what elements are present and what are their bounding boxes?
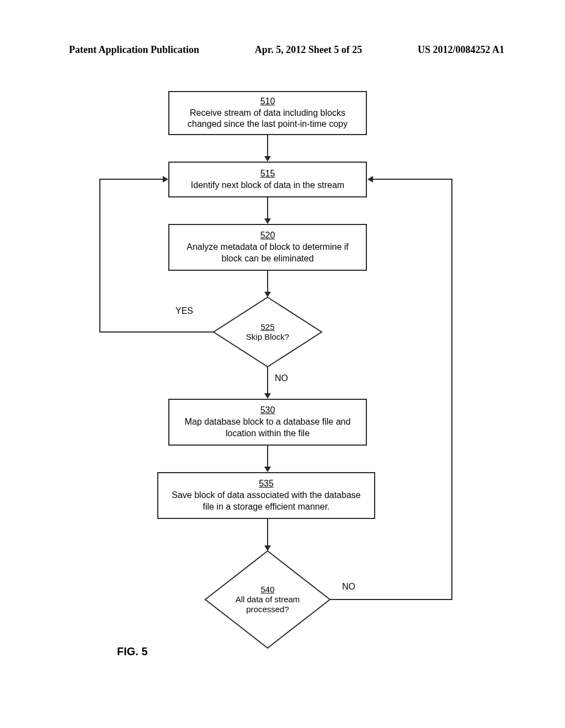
step-530: 530 Map database block to a database fil… — [168, 399, 367, 446]
step-num: 540 — [260, 585, 274, 595]
arrow — [330, 599, 452, 600]
arrow — [372, 179, 452, 180]
arrow — [267, 367, 268, 394]
arrowhead-icon — [367, 176, 373, 183]
page-header: Patent Application Publication Apr. 5, 2… — [0, 44, 565, 56]
step-num: 530 — [260, 405, 275, 416]
step-515: 515 Identify next block of data in the s… — [168, 162, 367, 197]
header-left: Patent Application Publication — [69, 44, 199, 56]
arrowhead-icon — [264, 156, 271, 162]
arrowhead-icon — [264, 467, 271, 472]
arrow — [267, 446, 268, 468]
header-right: US 2012/0084252 A1 — [418, 44, 504, 56]
step-num: 520 — [260, 230, 275, 242]
arrow — [267, 135, 268, 157]
step-text: Identify next block of data in the strea… — [191, 180, 344, 191]
arrow — [451, 179, 452, 600]
arrow — [267, 519, 268, 547]
arrowhead-icon — [264, 218, 271, 224]
step-num: 525 — [260, 322, 274, 332]
step-text: Skip Block? — [246, 332, 289, 342]
step-num: 535 — [259, 478, 274, 490]
step-text: Map database block to a database file an… — [176, 416, 359, 440]
step-text: Receive stream of data including blocks … — [176, 108, 359, 131]
edge-label-yes: YES — [175, 306, 193, 316]
step-num: 510 — [260, 96, 275, 108]
arrow — [99, 331, 214, 333]
header-center: Apr. 5, 2012 Sheet 5 of 25 — [255, 44, 362, 56]
step-text: Analyze metadata of block to determine i… — [176, 242, 359, 265]
step-text: All data of stream processed? — [228, 595, 308, 614]
decision-525: 525 Skip Block? — [212, 296, 323, 368]
step-text: Save block of data associated with the d… — [165, 490, 367, 513]
arrowhead-icon — [264, 393, 271, 399]
flowchart: 510 Receive stream of data including blo… — [83, 85, 486, 681]
step-num: 515 — [260, 168, 275, 180]
arrow — [267, 271, 268, 293]
step-510: 510 Receive stream of data including blo… — [168, 91, 367, 135]
figure-label: FIG. 5 — [117, 645, 148, 658]
arrow — [99, 179, 164, 180]
edge-label-no: NO — [275, 373, 288, 383]
step-520: 520 Analyze metadata of block to determi… — [168, 224, 367, 271]
step-535: 535 Save block of data associated with t… — [157, 472, 375, 519]
arrow — [99, 179, 100, 333]
decision-540: 540 All data of stream processed? — [204, 550, 331, 649]
arrowhead-icon — [163, 176, 168, 183]
edge-label-no-2: NO — [342, 582, 355, 592]
arrow — [267, 197, 268, 220]
